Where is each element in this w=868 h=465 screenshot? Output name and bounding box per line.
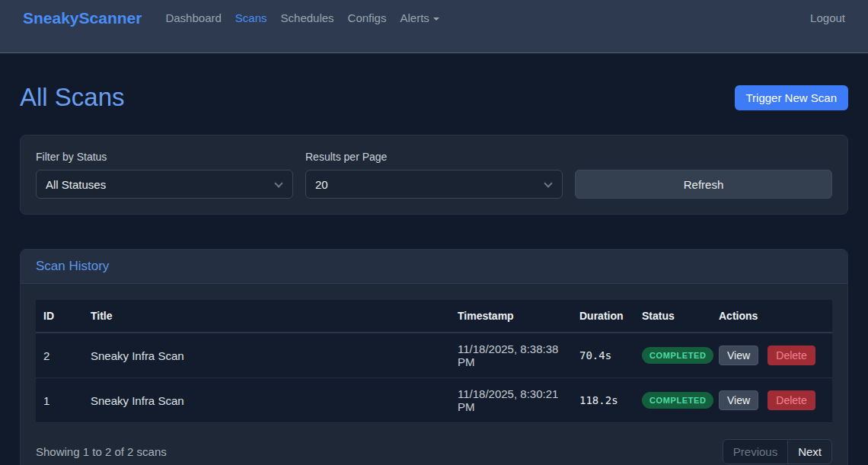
scan-title: Sneaky Infra Scan xyxy=(83,378,450,423)
nav-item-schedules[interactable]: Schedules xyxy=(274,7,341,29)
pagination-next-button[interactable]: Next xyxy=(788,439,832,464)
table-row: 1 Sneaky Infra Scan 11/18/2025, 8:30:21 … xyxy=(36,378,832,423)
filter-status-group: Filter by Status All Statuses xyxy=(36,151,293,199)
column-header-duration: Duration xyxy=(572,300,634,333)
page-header: All Scans Trigger New Scan xyxy=(20,83,848,112)
view-button[interactable]: View xyxy=(719,390,758,410)
refresh-group: Refresh xyxy=(575,151,832,199)
navbar: SneakyScanner Dashboard Scans Schedules … xyxy=(0,0,868,53)
scan-actions-cell: View Delete xyxy=(711,333,832,378)
scan-status-cell: COMPLETED xyxy=(634,378,711,423)
logout-link[interactable]: Logout xyxy=(810,11,845,24)
scan-history-table: ID Title Timestamp Duration Status Actio… xyxy=(36,300,832,423)
status-badge: COMPLETED xyxy=(642,347,713,364)
view-button[interactable]: View xyxy=(719,346,758,365)
status-filter-value: All Statuses xyxy=(46,178,106,191)
scan-actions-cell: View Delete xyxy=(711,378,832,423)
status-badge: COMPLETED xyxy=(642,392,713,409)
pagination: Previous Next xyxy=(723,439,832,464)
showing-count-text: Showing 1 to 2 of 2 scans xyxy=(36,445,167,458)
column-header-title: Title xyxy=(83,300,450,333)
trigger-new-scan-button[interactable]: Trigger New Scan xyxy=(735,85,849,110)
column-header-id: ID xyxy=(36,300,83,333)
filter-status-label: Filter by Status xyxy=(36,151,293,163)
chevron-down-icon xyxy=(544,179,552,187)
results-per-page-group: Results per Page 20 xyxy=(305,151,563,199)
table-header-row: ID Title Timestamp Duration Status Actio… xyxy=(36,300,832,333)
scan-history-card: Scan History ID Title Timestamp Duration… xyxy=(20,249,848,465)
results-per-page-select[interactable]: 20 xyxy=(305,170,563,199)
status-filter-select[interactable]: All Statuses xyxy=(36,170,293,199)
scan-history-body: ID Title Timestamp Duration Status Actio… xyxy=(21,284,847,465)
nav-item-scans[interactable]: Scans xyxy=(228,7,274,29)
results-per-page-value: 20 xyxy=(315,178,328,191)
scan-duration: 70.4s xyxy=(572,333,634,378)
navbar-inner: SneakyScanner Dashboard Scans Schedules … xyxy=(23,7,845,29)
nav-item-dashboard[interactable]: Dashboard xyxy=(158,7,228,29)
refresh-button[interactable]: Refresh xyxy=(575,170,832,199)
filter-card: Filter by Status All Statuses Results pe… xyxy=(20,135,848,215)
results-per-page-label: Results per Page xyxy=(305,151,563,163)
scan-timestamp: 11/18/2025, 8:38:38 PM xyxy=(450,333,572,378)
page-title: All Scans xyxy=(20,83,125,112)
nav-item-configs[interactable]: Configs xyxy=(341,7,394,29)
scan-id: 1 xyxy=(36,378,83,423)
nav-item-alerts[interactable]: Alerts xyxy=(393,7,445,29)
scan-timestamp: 11/18/2025, 8:30:21 PM xyxy=(450,378,572,423)
main-content: All Scans Trigger New Scan Filter by Sta… xyxy=(0,83,868,465)
nav-links: Dashboard Scans Schedules Configs Alerts xyxy=(158,7,445,29)
scan-id: 2 xyxy=(36,333,83,378)
scan-duration: 118.2s xyxy=(572,378,634,423)
column-header-timestamp: Timestamp xyxy=(450,300,572,333)
column-header-actions: Actions xyxy=(711,300,832,333)
scan-title: Sneaky Infra Scan xyxy=(83,333,450,378)
column-header-status: Status xyxy=(634,300,711,333)
table-row: 2 Sneaky Infra Scan 11/18/2025, 8:38:38 … xyxy=(36,333,832,378)
scan-status-cell: COMPLETED xyxy=(634,333,711,378)
scan-history-header: Scan History xyxy=(21,250,847,284)
delete-button[interactable]: Delete xyxy=(767,390,815,410)
pagination-previous-button[interactable]: Previous xyxy=(723,439,788,464)
brand-logo[interactable]: SneakyScanner xyxy=(23,9,142,27)
nav-item-alerts-label: Alerts xyxy=(400,11,429,24)
delete-button[interactable]: Delete xyxy=(767,346,815,365)
caret-down-icon xyxy=(433,18,439,21)
table-footer: Showing 1 to 2 of 2 scans Previous Next xyxy=(36,439,832,464)
chevron-down-icon xyxy=(274,179,282,187)
